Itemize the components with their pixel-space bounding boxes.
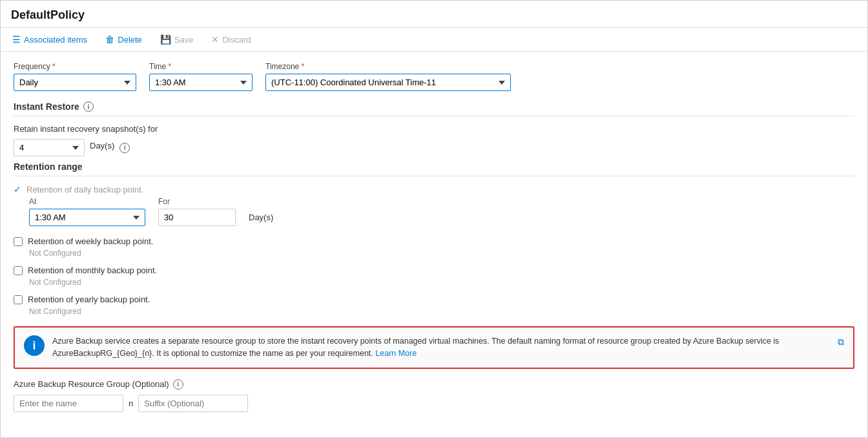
n-separator: n (129, 399, 133, 408)
for-label: For (158, 197, 236, 206)
for-days-label: Day(s) (249, 213, 273, 226)
resource-group-section: Azure Backup Resource Group (Optional) i… (14, 379, 854, 412)
daily-retention-label: Retention of daily backup point. (26, 185, 143, 194)
weekly-checkbox[interactable] (14, 237, 23, 246)
resource-group-info-icon[interactable]: i (173, 379, 183, 390)
save-icon: 💾 (160, 34, 171, 45)
snapshot-days-info-icon[interactable]: i (119, 143, 130, 153)
weekly-retention-row: Retention of weekly backup point. (14, 236, 854, 246)
associated-items-button[interactable]: ☰ Associated items (8, 32, 91, 47)
retention-range-divider (14, 176, 854, 176)
weekly-retention-label: Retention of weekly backup point. (28, 236, 153, 246)
info-circle-icon: i (24, 335, 45, 356)
yearly-checkbox[interactable] (14, 295, 23, 304)
time-select[interactable]: 1:30 AM 2:00 AM 6:00 AM 12:00 PM (149, 74, 253, 91)
daily-check-mark: ✓ (14, 184, 21, 194)
at-for-daily-row: At 1:30 AM 2:00 AM 6:00 AM For Day(s) (29, 197, 854, 226)
main-content: Frequency * Daily Weekly Time * 1:30 AM … (1, 52, 867, 422)
external-link-icon[interactable]: ⧉ (838, 337, 844, 348)
instant-restore-info-icon[interactable]: i (83, 101, 94, 112)
monthly-not-configured: Not Configured (29, 278, 854, 287)
time-group: Time * 1:30 AM 2:00 AM 6:00 AM 12:00 PM (149, 62, 253, 91)
page-title: DefaultPolicy (1, 1, 867, 28)
instant-restore-divider (14, 116, 854, 116)
monthly-retention-row: Retention of monthly backup point. (14, 266, 854, 275)
frequency-required: * (52, 62, 56, 71)
snapshot-value-select[interactable]: 4 1 2 3 5 (14, 139, 85, 156)
yearly-retention-row: Retention of yearly backup point. (14, 295, 854, 304)
yearly-retention-label: Retention of yearly backup point. (28, 295, 150, 304)
instant-restore-section: Instant Restore i Retain instant recover… (14, 101, 854, 156)
delete-icon: 🗑 (105, 34, 114, 45)
snapshot-days-row: 4 1 2 3 5 Day(s) i (14, 139, 854, 156)
banner-text: Azure Backup service creates a separate … (52, 335, 830, 360)
timezone-group: Timezone * (UTC-11:00) Coordinated Unive… (265, 62, 511, 91)
delete-button[interactable]: 🗑 Delete (101, 32, 146, 47)
retention-range-section: Retention range ✓ Retention of daily bac… (14, 162, 854, 316)
associated-items-icon: ☰ (12, 34, 21, 45)
save-button[interactable]: 💾 Save (156, 32, 198, 47)
retention-range-title: Retention range (14, 162, 854, 172)
weekly-not-configured: Not Configured (29, 249, 854, 258)
resource-group-suffix-input[interactable] (138, 395, 248, 412)
for-input[interactable] (158, 209, 236, 226)
timezone-select[interactable]: (UTC-11:00) Coordinated Universal Time-1… (265, 74, 511, 91)
learn-more-link[interactable]: Learn More (375, 349, 417, 358)
at-time-select[interactable]: 1:30 AM 2:00 AM 6:00 AM (29, 209, 145, 226)
frequency-time-timezone-row: Frequency * Daily Weekly Time * 1:30 AM … (14, 62, 854, 91)
info-banner: i Azure Backup service creates a separat… (14, 326, 854, 369)
frequency-select[interactable]: Daily Weekly (14, 74, 136, 91)
daily-retention-row: ✓ Retention of daily backup point. (14, 184, 854, 194)
at-label: At (29, 197, 145, 206)
resource-group-label: Azure Backup Resource Group (Optional) i (14, 379, 854, 390)
resource-group-name-input[interactable] (14, 395, 123, 412)
time-required: * (169, 62, 172, 71)
discard-button[interactable]: ✕ Discard (207, 32, 254, 47)
instant-restore-title: Instant Restore i (14, 101, 854, 112)
toolbar: ☰ Associated items 🗑 Delete 💾 Save ✕ Dis… (1, 28, 867, 52)
retain-label: Retain instant recovery snapshot(s) for (14, 124, 854, 134)
time-label: Time * (149, 62, 253, 71)
timezone-label: Timezone * (265, 62, 511, 71)
frequency-group: Frequency * Daily Weekly (14, 62, 136, 91)
at-group: At 1:30 AM 2:00 AM 6:00 AM (29, 197, 145, 226)
for-group: For (158, 197, 236, 226)
timezone-required: * (302, 62, 305, 71)
snapshot-days-label: Day(s) (90, 141, 114, 154)
page-wrapper: DefaultPolicy ☰ Associated items 🗑 Delet… (0, 0, 868, 438)
frequency-label: Frequency * (14, 62, 136, 71)
yearly-not-configured: Not Configured (29, 307, 854, 316)
discard-icon: ✕ (211, 34, 219, 45)
monthly-retention-label: Retention of monthly backup point. (28, 266, 157, 275)
resource-group-inputs: n (14, 395, 854, 412)
monthly-checkbox[interactable] (14, 266, 23, 275)
